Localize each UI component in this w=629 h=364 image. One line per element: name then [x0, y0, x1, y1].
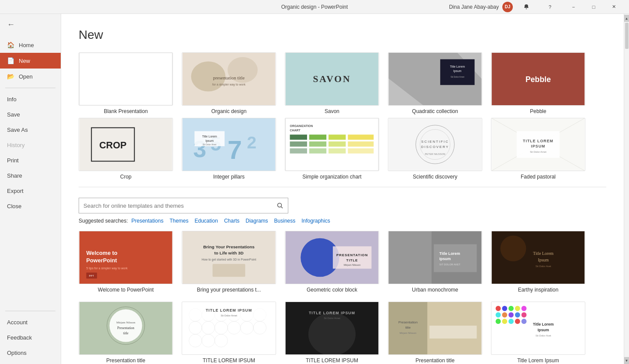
template-faded[interactable]: TITLE LOREM IPSUM Sit Dolor Amet Faded p…	[491, 118, 585, 180]
template-pres-title2[interactable]: Presentation title Mirjam Nilsson Presen…	[388, 302, 482, 364]
scrollbar-up-button[interactable]: ▲	[624, 15, 629, 22]
template-pebble[interactable]: Pebble Pebble	[491, 52, 585, 114]
sidebar-item-share[interactable]: Share	[0, 168, 61, 183]
svg-rect-69	[213, 264, 245, 277]
maximize-button[interactable]: □	[584, 0, 604, 14]
suggested-infographics[interactable]: Infographics	[301, 218, 330, 224]
template-dark-dog[interactable]: TITLE LOREM IPSUM Sit Dolor Amet TITLE L…	[285, 302, 379, 364]
home-icon: 🏠	[7, 41, 14, 48]
template-geometric[interactable]: PRESENTATION TITLE Mirjam Nilsson Geomet…	[285, 231, 379, 293]
section-divider	[79, 187, 606, 187]
sidebar-item-feedback[interactable]: Feedback	[0, 330, 61, 345]
sidebar-item-info[interactable]: Info	[0, 92, 61, 107]
svg-rect-39	[348, 141, 373, 147]
sidebar-item-export[interactable]: Export	[0, 183, 61, 199]
template-label-colorful: Title Lorem Ipsum	[517, 357, 559, 364]
template-thumb-blank	[79, 52, 173, 106]
svg-rect-35	[348, 134, 373, 140]
svg-text:Title Lorem: Title Lorem	[533, 322, 554, 326]
template-quadratic[interactable]: Title Lorem Ipsum Sit Dolor Amet Quadrat…	[388, 52, 482, 114]
template-blank[interactable]: Blank Presentation	[79, 52, 173, 114]
template-colorful[interactable]: Title Lorem Ipsum Sit Dolor Avet Title L…	[491, 302, 585, 364]
suggested-business[interactable]: Business	[274, 218, 296, 224]
suggested-presentations[interactable]: Presentations	[131, 218, 163, 224]
svg-text:TITLE LOREM IPSUM: TITLE LOREM IPSUM	[309, 311, 355, 315]
search-input[interactable]	[79, 203, 272, 209]
template-welcome[interactable]: Welcome to PowerPoint 5 tips for a simpl…	[79, 231, 173, 293]
template-thumb-quadratic: Title Lorem Ipsum Sit Dolor Amet	[388, 52, 482, 106]
template-floral[interactable]: Mirjam Nilsson Presentation title Presen…	[79, 302, 173, 364]
suggested-label: Suggested searches:	[79, 218, 128, 224]
svg-point-124	[502, 306, 507, 311]
svg-point-134	[502, 319, 507, 324]
help-button[interactable]: ?	[540, 0, 560, 14]
svg-text:Title Lorem: Title Lorem	[450, 65, 465, 68]
svg-rect-42	[328, 148, 346, 154]
sidebar-item-save[interactable]: Save	[0, 107, 61, 122]
template-thumb-colorful: Title Lorem Ipsum Sit Dolor Avet	[491, 302, 585, 355]
svg-text:Sit Dolor Avet: Sit Dolor Avet	[536, 265, 551, 268]
save-label: Save	[7, 111, 20, 118]
template-grid-row2: CROP Crop 3 5 7 2 Title Lorem Ip	[79, 118, 606, 180]
template-bring-3d[interactable]: Bring Your Presentations to Life with 3D…	[182, 231, 276, 293]
svg-text:Sit Dolor Amet: Sit Dolor Amet	[324, 317, 340, 319]
template-thumb-earthy: Title Lorem Ipsum Sit Dolor Avet	[491, 231, 585, 284]
svg-text:Sit Dolor Avet: Sit Dolor Avet	[536, 334, 551, 337]
svg-point-123	[496, 306, 501, 311]
sidebar-item-home-label: Home	[19, 42, 34, 48]
template-thumb-pres-title2: Presentation title Mirjam Nilsson	[388, 302, 482, 355]
svg-text:2: 2	[247, 133, 256, 152]
svg-text:ORGANIZATION: ORGANIZATION	[290, 124, 313, 127]
minimize-button[interactable]: −	[563, 0, 584, 14]
scrollbar-thumb[interactable]	[625, 23, 629, 49]
new-icon: 📄	[7, 57, 14, 64]
search-button[interactable]	[272, 198, 288, 213]
suggested-charts[interactable]: Charts	[224, 218, 239, 224]
svg-point-129	[502, 312, 507, 318]
svg-point-137	[522, 319, 527, 324]
suggested-themes[interactable]: Themes	[169, 218, 188, 224]
svg-text:Pebble: Pebble	[525, 75, 551, 84]
avatar[interactable]: DJ	[502, 2, 513, 12]
svg-point-126	[515, 306, 520, 311]
svg-text:DISCOVERY: DISCOVERY	[421, 145, 449, 149]
svg-text:Ipsum: Ipsum	[538, 328, 549, 332]
suggested-education[interactable]: Education	[195, 218, 218, 224]
svg-rect-40	[290, 148, 307, 154]
svg-text:Mirjam Nilsson: Mirjam Nilsson	[116, 321, 135, 324]
template-thumb-organic: presentation title for a simpler way to …	[182, 52, 276, 106]
template-earthy[interactable]: Title Lorem Ipsum Sit Dolor Avet Earthy …	[491, 231, 585, 293]
svg-point-131	[515, 312, 520, 318]
back-button[interactable]: ←	[0, 14, 61, 35]
svg-point-132	[522, 312, 527, 318]
notifications-icon[interactable]	[516, 0, 536, 14]
suggested-diagrams[interactable]: Diagrams	[245, 218, 268, 224]
template-urban[interactable]: Title Lorem Ipsum SIT DOLOR AVET Urban m…	[388, 231, 482, 293]
template-integer[interactable]: 3 5 7 2 Title Lorem Ipsum Sit Dolor Amet…	[182, 118, 276, 180]
sidebar: ← 🏠 Home 📄 New 📂 Open Info Save	[0, 14, 61, 364]
template-label-dark-dog: TITLE LOREM IPSUM	[306, 357, 358, 364]
sidebar-nav: 🏠 Home 📄 New 📂 Open Info Save Save As	[0, 35, 61, 307]
template-savon[interactable]: SAVON Savon	[285, 52, 379, 114]
template-grid-row1: Blank Presentation presentation title fo…	[79, 52, 606, 114]
sidebar-item-new[interactable]: 📄 New	[0, 53, 61, 69]
sidebar-item-print[interactable]: Print	[0, 153, 61, 168]
sidebar-item-open[interactable]: 📂 Open	[0, 69, 61, 84]
template-crop[interactable]: CROP Crop	[79, 118, 173, 180]
template-organic[interactable]: presentation title for a simpler way to …	[182, 52, 276, 114]
svg-text:Sit Dolor Amet: Sit Dolor Amet	[203, 144, 217, 146]
svg-text:Ipsum: Ipsum	[205, 139, 214, 143]
template-white-texture[interactable]: TITLE LOREM IPSUM Sit Dolor Amet TITLE L…	[182, 302, 276, 364]
template-scientific[interactable]: SCIENTIFIC DISCOVERY PETER NILSSON Scien…	[388, 118, 482, 180]
scrollbar-down-button[interactable]: ▼	[624, 357, 629, 364]
close-button[interactable]: ✕	[604, 0, 624, 14]
svg-rect-32	[290, 134, 307, 140]
sidebar-item-save-as[interactable]: Save As	[0, 122, 61, 137]
sidebar-item-home[interactable]: 🏠 Home	[0, 37, 61, 53]
svg-rect-41	[309, 148, 326, 154]
sidebar-item-options[interactable]: Options	[0, 345, 61, 361]
sidebar-item-account[interactable]: Account	[0, 315, 61, 330]
template-org-chart[interactable]: ORGANIZATION CHART	[285, 118, 379, 180]
template-label-quadratic: Quadratic collection	[412, 108, 458, 114]
sidebar-item-close[interactable]: Close	[0, 199, 61, 214]
